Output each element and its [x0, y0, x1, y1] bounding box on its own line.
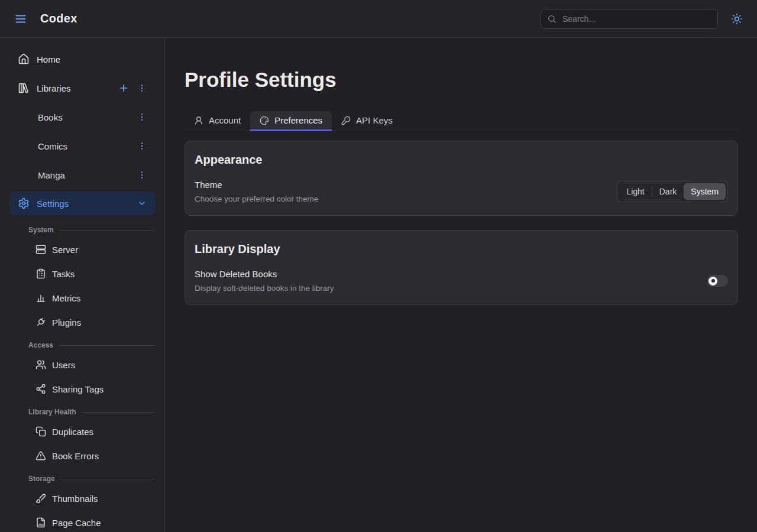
sidebar-item-label: Manga [38, 170, 65, 180]
svg-text:PDF: PDF [38, 524, 44, 527]
appearance-card: Appearance Theme Choose your preferred c… [185, 141, 738, 216]
section-label-system: System [9, 226, 155, 234]
sidebar-item-thumbnails[interactable]: Thumbnails [9, 490, 155, 507]
theme-option-system[interactable]: System [684, 183, 726, 200]
theme-option-dark[interactable]: Dark [652, 183, 684, 200]
sidebar-item-label: Books [38, 112, 63, 122]
toggle-knob [709, 277, 717, 286]
add-library-button[interactable] [118, 83, 129, 93]
menu-button[interactable] [14, 12, 27, 25]
section-divider [82, 412, 155, 413]
sidebar-item-label: Page Cache [52, 518, 101, 528]
tab-bar: Account Preferences API Keys [185, 111, 738, 131]
theme-segmented-control: Light Dark System [617, 181, 728, 202]
users-icon [35, 359, 46, 370]
theme-setting-text: Theme Choose your preferred color theme [195, 180, 318, 203]
copy-icon [35, 426, 46, 437]
tab-preferences[interactable]: Preferences [250, 111, 332, 131]
sidebar-item-label: Tasks [52, 269, 75, 279]
sidebar-item-manga[interactable]: Manga [9, 167, 155, 183]
sidebar-item-label: Duplicates [52, 427, 93, 437]
search-input[interactable] [561, 14, 711, 24]
topbar: Codex [0, 0, 757, 38]
kebab-menu-icon [137, 141, 147, 151]
tab-account[interactable]: Account [185, 111, 250, 131]
plug-icon [35, 317, 46, 327]
sidebar-item-duplicates[interactable]: Duplicates [9, 423, 155, 440]
home-icon [18, 53, 30, 65]
sidebar-item-tasks[interactable]: Tasks [9, 265, 155, 282]
sidebar-item-book-errors[interactable]: Book Errors [9, 447, 155, 464]
user-icon [194, 116, 203, 125]
app-title: Codex [40, 12, 77, 25]
kebab-menu-icon [137, 170, 147, 180]
sidebar-item-metrics[interactable]: Metrics [9, 290, 155, 306]
comics-menu-button[interactable] [137, 141, 147, 151]
setting-label: Theme [195, 180, 318, 190]
tab-label: Preferences [274, 115, 322, 125]
sidebar-item-label: Metrics [52, 293, 80, 303]
section-divider [61, 479, 155, 479]
sidebar-item-users[interactable]: Users [9, 356, 155, 373]
show-deleted-setting-row: Show Deleted Books Display soft-deleted … [195, 269, 728, 293]
warning-triangle-icon [35, 450, 46, 461]
chevron-down-icon [137, 199, 147, 208]
libraries-menu-button[interactable] [137, 83, 147, 93]
bar-chart-icon [35, 293, 46, 303]
sidebar-item-label: Users [52, 360, 75, 370]
sidebar: Home Libraries Books [0, 38, 165, 532]
sidebar-item-label: Home [37, 54, 60, 64]
tab-label: Account [209, 115, 241, 125]
sidebar-item-plugins[interactable]: Plugins [9, 314, 155, 330]
sidebar-item-books[interactable]: Books [9, 109, 155, 125]
setting-label: Show Deleted Books [195, 269, 334, 279]
card-title: Library Display [195, 242, 728, 256]
palette-icon [260, 116, 269, 125]
manga-menu-button[interactable] [137, 170, 147, 180]
sidebar-item-home[interactable]: Home [9, 51, 155, 67]
library-display-card: Library Display Show Deleted Books Displ… [185, 230, 738, 305]
server-icon [35, 244, 46, 255]
search-bar[interactable] [541, 9, 718, 29]
key-icon [341, 116, 351, 125]
sidebar-item-page-cache[interactable]: PDF Page Cache [9, 514, 155, 531]
search-icon [547, 14, 557, 24]
section-label-library-health: Library Health [9, 408, 155, 416]
theme-setting-row: Theme Choose your preferred color theme … [195, 180, 728, 203]
books-menu-button[interactable] [137, 112, 147, 122]
page-title: Profile Settings [185, 67, 738, 92]
gear-icon [18, 197, 30, 209]
setting-description: Display soft-deleted books in the librar… [195, 284, 334, 293]
sidebar-item-label: Sharing Tags [52, 384, 103, 394]
section-divider [59, 345, 155, 346]
sidebar-item-comics[interactable]: Comics [9, 138, 155, 154]
show-deleted-setting-text: Show Deleted Books Display soft-deleted … [195, 269, 334, 293]
sidebar-item-label: Thumbnails [52, 494, 98, 504]
main-content: Profile Settings Account Preferences API… [166, 38, 757, 305]
section-divider [60, 230, 155, 231]
hamburger-menu-icon [14, 12, 27, 25]
sidebar-item-label: Comics [38, 141, 67, 151]
tab-api-keys[interactable]: API Keys [332, 111, 402, 131]
pdf-file-icon: PDF [35, 517, 46, 528]
share-icon [35, 384, 46, 394]
toggle-knob-dot [711, 279, 715, 283]
sun-icon [731, 13, 743, 25]
sidebar-item-sharing-tags[interactable]: Sharing Tags [9, 381, 155, 397]
sidebar-item-libraries[interactable]: Libraries [9, 80, 155, 96]
theme-option-light[interactable]: Light [619, 183, 651, 200]
kebab-menu-icon [137, 112, 147, 122]
sidebar-item-label: Settings [37, 199, 69, 209]
section-label-access: Access [9, 341, 155, 349]
clipboard-icon [35, 268, 46, 279]
sidebar-item-label: Book Errors [52, 451, 99, 461]
sidebar-item-server[interactable]: Server [9, 241, 155, 258]
show-deleted-toggle[interactable] [707, 275, 728, 287]
sidebar-item-label: Plugins [52, 317, 81, 327]
tab-label: API Keys [356, 115, 393, 125]
sidebar-item-settings[interactable]: Settings [9, 192, 155, 215]
plus-icon [118, 83, 129, 93]
section-label-storage: Storage [9, 475, 155, 483]
theme-toggle-button[interactable] [729, 11, 745, 27]
sidebar-item-label: Libraries [37, 83, 71, 93]
